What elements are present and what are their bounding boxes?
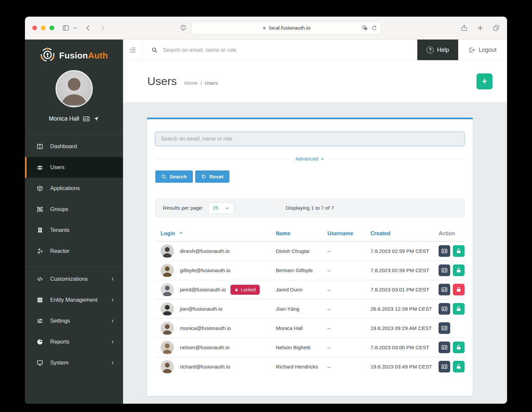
- table-row[interactable]: dinesh@fusionauth.ioDinish Chugtai–7.8.2…: [155, 242, 465, 261]
- unlock-user-button[interactable]: [453, 361, 465, 372]
- sidebar-collapse-button[interactable]: [123, 40, 143, 60]
- browser-toolbar: local.fusionauth.io A +: [25, 17, 507, 40]
- translate-icon[interactable]: A: [361, 25, 368, 31]
- user-created: 7.8.2023 03:00 PM CEST: [365, 338, 433, 357]
- sidebar-item-settings[interactable]: Settings: [25, 310, 123, 331]
- sidebar-item-reactor[interactable]: Reactor: [25, 241, 123, 261]
- manage-user-button[interactable]: [439, 245, 450, 257]
- search-icon: [151, 47, 158, 53]
- unlock-icon: [456, 267, 462, 273]
- advanced-row: Advanced: [155, 156, 465, 162]
- column-header-created[interactable]: Created: [365, 227, 433, 242]
- unlock-user-button[interactable]: [453, 245, 465, 257]
- manage-user-button[interactable]: [439, 284, 450, 295]
- unlock-user-button[interactable]: [453, 342, 465, 353]
- back-icon[interactable]: [84, 24, 92, 32]
- table-row[interactable]: nelson@fusionauth.ioNelson Bighetti–7.8.…: [155, 338, 465, 357]
- user-name: Jared Dunn: [271, 280, 322, 299]
- table-row[interactable]: richard@fusionauth.ioRichard Hendricks–1…: [155, 357, 465, 376]
- close-window-button[interactable]: [32, 26, 37, 30]
- sidebar-item-label: Applications: [50, 185, 80, 191]
- table-row[interactable]: monica@fusionauth.ioMonica Hall–19.6.202…: [155, 319, 465, 338]
- user-avatar: [161, 283, 174, 296]
- sidebar-item-users[interactable]: Users: [25, 157, 123, 178]
- logout-icon: [469, 47, 475, 53]
- send-icon[interactable]: [93, 116, 99, 122]
- table-row[interactable]: jian@fusionauth.ioJìan-Yáng–26.6.2023 12…: [155, 299, 465, 319]
- share-icon[interactable]: [461, 24, 468, 32]
- global-search: [143, 40, 417, 60]
- content-area: Advanced Search: [123, 102, 507, 404]
- idcard-icon: [441, 248, 448, 254]
- user-avatar[interactable]: [56, 70, 93, 107]
- sidebar-item-label: Dashboard: [50, 143, 77, 150]
- unlock-user-button[interactable]: [453, 264, 465, 276]
- tabs-overview-icon[interactable]: [492, 24, 500, 32]
- sidebar-item-customizations[interactable]: Customizations: [25, 268, 123, 289]
- reset-button[interactable]: Reset: [195, 170, 229, 183]
- user-avatar: [161, 341, 174, 354]
- users-icon: [36, 164, 44, 171]
- id-card-icon[interactable]: [83, 115, 90, 122]
- help-button[interactable]: ? Help: [417, 40, 458, 60]
- sidebar-item-applications[interactable]: Applications: [25, 178, 123, 199]
- user-username: –: [322, 319, 365, 338]
- user-login: richard@fusionauth.io: [180, 364, 230, 370]
- sidebar-item-system[interactable]: System: [25, 352, 123, 373]
- user-search-input[interactable]: [155, 132, 465, 146]
- global-search-input[interactable]: [162, 47, 409, 53]
- user-created: 26.6.2023 12:39 PM CEST: [365, 299, 433, 319]
- table-row[interactable]: jared@fusionauth.ioLockedJared Dunn–7.8.…: [155, 280, 465, 299]
- locked-badge: Locked: [230, 285, 260, 295]
- manage-user-button[interactable]: [439, 303, 450, 315]
- minimize-window-button[interactable]: [41, 26, 46, 30]
- chevron-left-icon: [110, 340, 115, 344]
- privacy-shield-icon[interactable]: [180, 24, 187, 32]
- reload-icon[interactable]: [371, 25, 377, 31]
- sidebar-item-entity-management[interactable]: Entity Management: [25, 289, 123, 310]
- traffic-lights: [32, 26, 54, 30]
- logout-button[interactable]: Logout: [458, 40, 507, 60]
- table-row[interactable]: gilfoyle@fusionauth.ioBertram Gilfoyle–7…: [155, 261, 465, 280]
- column-header-name[interactable]: Name: [271, 227, 322, 242]
- manage-user-button[interactable]: [439, 361, 450, 372]
- manage-user-button[interactable]: [439, 264, 450, 276]
- results-per-page-select[interactable]: 25: [208, 202, 234, 214]
- user-username: –: [322, 280, 365, 299]
- sidebar-group: DashboardUsersApplicationsGroupsTenantsR…: [25, 134, 123, 263]
- search-icon: [161, 174, 167, 179]
- browser-sidebar-toggle-icon[interactable]: [62, 24, 69, 32]
- column-header-username[interactable]: Username: [322, 227, 365, 242]
- sidebar-item-tenants[interactable]: Tenants: [25, 220, 123, 241]
- current-user-name: Monica Hall: [49, 115, 79, 122]
- unlock-icon: [456, 248, 462, 254]
- user-created: 19.6.2023 03:49 PM CEST: [365, 357, 433, 376]
- brand-name: FusionAuth: [59, 51, 108, 61]
- manage-user-button[interactable]: [439, 322, 450, 334]
- advanced-toggle[interactable]: Advanced: [295, 156, 325, 162]
- user-name: Richard Hendricks: [271, 357, 322, 376]
- add-user-button[interactable]: +: [476, 73, 492, 89]
- breadcrumb-home[interactable]: Home: [184, 80, 198, 86]
- new-tab-icon[interactable]: +: [477, 23, 483, 33]
- manage-user-button[interactable]: [439, 342, 450, 353]
- sidebar-item-label: Groups: [50, 206, 68, 212]
- sidebar-item-label: Reports: [50, 339, 69, 345]
- sidebar-item-reports[interactable]: Reports: [25, 331, 123, 352]
- chevron-down-icon[interactable]: [73, 26, 77, 30]
- chevron-left-icon: [110, 319, 115, 323]
- column-header-login[interactable]: Login: [155, 227, 271, 242]
- results-bar: Results per page: 25 Displaying 1 to 7 o…: [155, 199, 465, 217]
- unlock-user-button[interactable]: [453, 303, 465, 315]
- sidebar-item-dashboard[interactable]: Dashboard: [25, 136, 123, 157]
- sidebar-item-groups[interactable]: Groups: [25, 199, 123, 220]
- address-bar[interactable]: local.fusionauth.io A: [192, 22, 381, 35]
- sidebar: FusionAuth Monica Hall DashboardUsersApp…: [25, 40, 123, 404]
- lock-icon: [234, 288, 238, 292]
- zoom-window-button[interactable]: [50, 26, 54, 30]
- lock-user-button[interactable]: [453, 284, 465, 295]
- unlock-icon: [456, 344, 462, 351]
- fusionauth-logo[interactable]: FusionAuth: [25, 40, 123, 64]
- search-button[interactable]: Search: [155, 170, 193, 183]
- url-bar-area: local.fusionauth.io A: [106, 22, 454, 35]
